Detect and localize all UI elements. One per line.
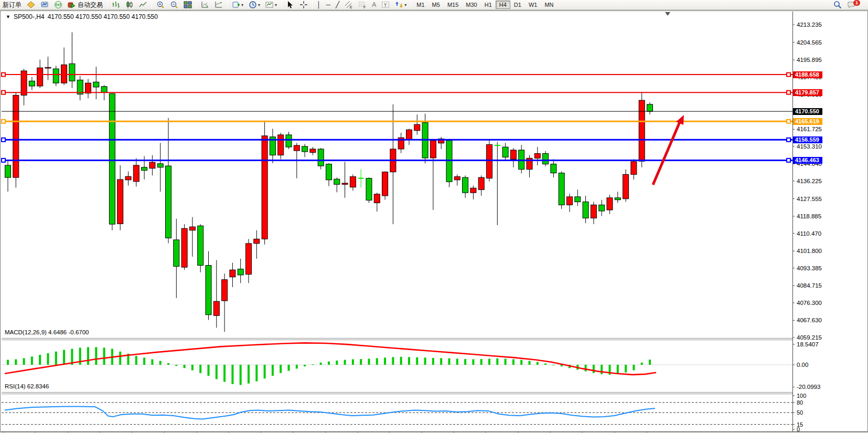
channel-tool-icon[interactable]: E: [342, 1, 355, 9]
candle-body: [567, 197, 573, 205]
line-end-marker[interactable]: [787, 73, 790, 77]
candle-body: [93, 82, 99, 87]
candle-body: [286, 135, 292, 147]
new-order-icon[interactable]: [25, 1, 37, 9]
candle-body: [61, 65, 67, 83]
line-end-marker[interactable]: [787, 120, 790, 123]
price-tick-label: 4195.895: [797, 57, 822, 63]
macd-signal-line: [5, 343, 656, 375]
macd-histogram-bar: [529, 361, 531, 365]
timeframe-button-D1[interactable]: D1: [510, 1, 525, 9]
bar-chart-mode-icon[interactable]: [110, 1, 122, 9]
chat-icon[interactable]: 1: [845, 1, 864, 9]
chart-shift-marker[interactable]: [665, 12, 670, 16]
macd-histogram-bar: [392, 357, 394, 365]
chart-title: ▼ SP500-,H4 4170.550 4170.550 4170.550 4…: [6, 13, 158, 20]
templates-button[interactable]: ▾: [263, 1, 279, 9]
price-tick-label: 4084.715: [797, 282, 822, 289]
trendline-tool-icon[interactable]: ╱: [334, 1, 341, 9]
candle-body: [631, 162, 637, 174]
line-end-marker[interactable]: [787, 91, 790, 94]
macd-histogram-bar: [633, 365, 635, 371]
macd-histogram-bar: [472, 360, 474, 365]
candle-body: [213, 301, 219, 315]
macd-histogram-bar: [641, 363, 643, 365]
line-end-marker[interactable]: [787, 159, 790, 162]
line-end-marker[interactable]: [2, 73, 5, 77]
new-order-button[interactable]: 新订单: [1, 1, 24, 9]
text-label-tool-icon[interactable]: T: [379, 1, 392, 9]
collapse-arrow-icon[interactable]: ▼: [6, 14, 10, 19]
text-tool-icon[interactable]: A: [370, 1, 378, 9]
timeframe-button-M1[interactable]: M1: [413, 1, 428, 9]
price-chart-canvas[interactable]: 4213.2354204.5654195.8954187.4804178.810…: [1, 11, 868, 432]
macd-histogram-bar: [135, 356, 137, 365]
timeframe-button-H4[interactable]: H4: [496, 1, 510, 9]
line-end-marker[interactable]: [2, 159, 5, 162]
chart-window[interactable]: 4213.2354204.5654195.8954187.4804178.810…: [0, 10, 868, 432]
market-watch-icon[interactable]: [38, 1, 51, 9]
candle-body: [326, 164, 332, 180]
annotation-arrow-shaft[interactable]: [653, 120, 681, 185]
candle-body: [53, 69, 59, 83]
broadcast-icon[interactable]: [52, 1, 65, 9]
autotrading-button[interactable]: 自动交易: [66, 1, 105, 9]
candles-chart-mode-icon[interactable]: [123, 1, 136, 9]
line-chart-mode-icon[interactable]: [137, 1, 149, 9]
new-chart-button[interactable]: ▾: [230, 1, 245, 9]
line-end-marker[interactable]: [2, 91, 5, 94]
line-end-marker[interactable]: [787, 138, 790, 142]
timeframe-button-M15[interactable]: M15: [444, 1, 462, 9]
macd-histogram-bar: [593, 365, 595, 373]
zoom-in-icon[interactable]: [154, 1, 167, 9]
search-icon[interactable]: [831, 1, 844, 9]
shapes-tool-button[interactable]: ▾: [393, 1, 409, 9]
candle-body: [382, 172, 388, 196]
vertical-line-tool-icon[interactable]: │: [315, 1, 323, 9]
price-tick-label: 4204.565: [797, 39, 822, 46]
macd-histogram-bar: [456, 358, 458, 365]
macd-histogram-bar: [143, 357, 145, 365]
macd-histogram-bar: [191, 365, 194, 371]
timeframe-button-MN[interactable]: MN: [541, 1, 557, 9]
chat-badge: 1: [853, 0, 860, 6]
price-line-tag: 4179.857: [793, 89, 822, 96]
rsi-tick-label: 80: [797, 399, 803, 406]
candle-body: [430, 141, 436, 158]
auto-scroll-icon[interactable]: [199, 1, 211, 9]
chart-shift-icon[interactable]: [212, 1, 225, 9]
timeframe-group: M1M5M15M30H1H4D1W1MN: [413, 1, 557, 9]
toolbar-separator: [152, 1, 152, 9]
price-line-tag: 4188.658: [793, 71, 822, 78]
autotrading-label: 自动交易: [78, 1, 103, 9]
horizontal-line-tool-icon[interactable]: ─: [324, 1, 333, 9]
macd-histogram-bar: [159, 361, 162, 365]
zoom-out-icon[interactable]: [168, 1, 180, 9]
timeframe-button-W1[interactable]: W1: [525, 1, 541, 9]
line-end-marker[interactable]: [2, 138, 5, 142]
macd-histogram-bar: [649, 360, 651, 365]
timeframe-button-M30[interactable]: M30: [462, 1, 480, 9]
fibonacci-tool-icon[interactable]: F: [356, 1, 369, 9]
price-tick-label: 4153.310: [797, 143, 822, 150]
crosshair-tool-icon[interactable]: [297, 1, 310, 9]
annotation-arrow-head[interactable]: [676, 115, 684, 125]
cursor-tool-icon[interactable]: [284, 1, 296, 9]
periods-button[interactable]: ▾: [247, 1, 262, 9]
macd-histogram-bar: [368, 358, 370, 365]
candle-body: [230, 270, 235, 277]
macd-histogram-bar: [184, 365, 186, 368]
candle-body: [149, 162, 155, 168]
candle-body: [591, 205, 596, 218]
timeframe-button-M5[interactable]: M5: [428, 1, 444, 9]
toolbar-separator: [312, 1, 313, 9]
line-end-marker[interactable]: [2, 120, 5, 123]
macd-histogram-bar: [31, 356, 33, 365]
macd-histogram-bar: [55, 352, 57, 365]
timeframe-button-H1[interactable]: H1: [481, 1, 496, 9]
candle-body: [278, 135, 284, 155]
main-toolbar: 新订单 自动交易 ▾ ▾: [0, 0, 868, 10]
tile-windows-icon[interactable]: [181, 1, 194, 9]
macd-histogram-bar: [47, 353, 49, 365]
price-tick-label: 4127.555: [797, 196, 822, 202]
